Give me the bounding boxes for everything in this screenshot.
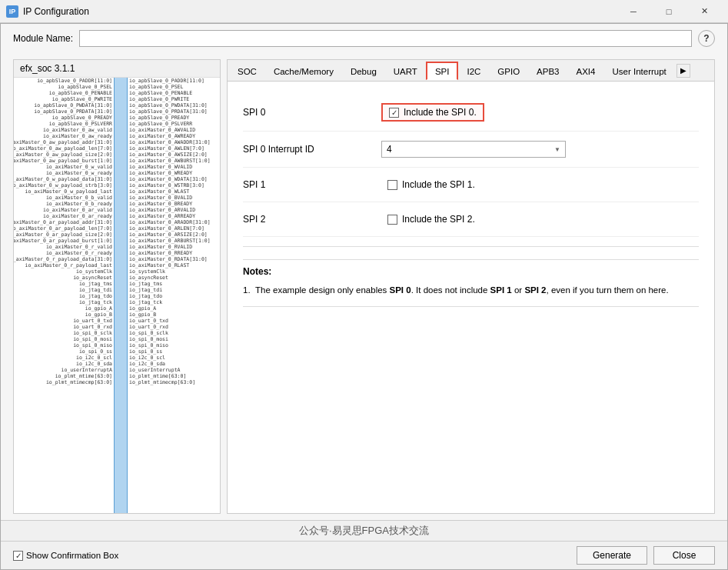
notes-title: Notes: [243,266,699,277]
spi0-checkbox-wrapper[interactable]: ✓ Include the SPI 0. [381,103,484,122]
left-pin-31: io_systemClk [14,268,114,275]
bottom-bar: ✓ Show Confirmation Box Generate Close [1,541,727,569]
right-pin-17: io_axiMaster_0_WSTRB[3:0] [128,182,220,188]
right-pin-26: io_axiMaster_0_ARBURST[1:0] [128,238,220,244]
left-pin-32: io_asyncReset [14,275,114,281]
show-confirmation-label: Show Confirmation Box [26,551,118,560]
right-pin-6: io_apbSlave_0_PREADY [128,115,220,121]
right-pin-33: io_jtag_tms [128,281,220,287]
spi2-checkbox[interactable] [387,215,397,225]
watermark-text: 公众号·易灵思FPGA技术交流 [299,525,429,536]
left-pin-45: io_i2c_0_scl [14,355,114,361]
generate-button[interactable]: Generate [577,546,647,565]
left-pin-4: io_apbSlave_0_PWDATA[31:0] [14,102,114,108]
maximize-button[interactable]: □ [651,0,686,23]
app-icon: IP [6,5,18,18]
spi0-checkbox[interactable]: ✓ [389,108,399,118]
tab-axi4[interactable]: AXI4 [568,62,604,81]
right-pin-15: io_axiMaster_0_WREADY [128,170,220,176]
close-window-button[interactable]: ✕ [686,0,722,23]
tab-user-interrupt[interactable]: User Interrupt [603,62,674,81]
right-pin-20: io_axiMaster_0_BREADY [128,201,220,207]
tab-content: SPI 0 ✓ Include the SPI 0. SPI 0 Interru… [228,82,714,513]
help-button[interactable]: ? [698,30,715,47]
dropdown-arrow-icon: ▼ [554,146,560,153]
spi1-checkbox[interactable] [387,180,397,190]
right-pin-21: io_axiMaster_0_ARVALID [128,207,220,213]
right-pin-8: io_axiMaster_0_AWVALID [128,127,220,133]
tab-debug[interactable]: Debug [342,62,385,81]
right-pin-38: io_gpio_B [128,312,220,318]
right-pin-27: io_axiMaster_0_RVALID [128,244,220,250]
right-pin-46: io_i2c_0_sda [128,361,220,367]
right-pin-41: io_spi_0_sclk [128,330,220,336]
left-pin-41: io_spi_0_sclk [14,330,114,336]
module-name-input[interactable] [79,30,692,47]
left-pin-14: io_axiMaster_0_w_valid [14,164,114,170]
content-divider [243,246,699,247]
left-pin-30: io_axiMaster_0_r_payload_last [14,262,114,268]
spi0-control: ✓ Include the SPI 0. [381,103,699,122]
left-pin-1: io_apbSlave_0_PSEL [14,84,114,90]
spi0-interrupt-row: SPI 0 Interrupt ID 4 ▼ [243,132,699,168]
left-pin-39: io_uart_0_txd [14,318,114,324]
spi0-row: SPI 0 ✓ Include the SPI 0. [243,94,699,132]
right-pin-0: io_apbSlave_0_PADDR[11:0] [128,78,220,84]
left-pin-0: io_apbSlave_0_PADDR[11:0] [14,78,114,84]
spi0-interrupt-dropdown-value: 4 [387,144,560,155]
right-pin-23: io_axiMaster_0_ARADDR[31:0] [128,219,220,225]
right-pin-29: io_axiMaster_0_RDATA[31:0] [128,256,220,262]
tab-cache-memory[interactable]: Cache/Memory [265,62,342,81]
title-bar-controls: ─ □ ✕ [616,0,722,23]
spi0-label: SPI 0 [243,107,381,118]
right-pin-49: io_plmt_mtimecmp[63:0] [128,379,220,385]
left-pin-3: io_apbSlave_0_PWRITE [14,96,114,102]
close-button[interactable]: Close [653,546,715,565]
left-pin-47: io_userInterruptA [14,367,114,373]
left-pin-17: io_axiMaster_0_w_payload_strb[3:0] [14,182,114,188]
right-pin-5: io_apbSlave_0_PRDATA[31:0] [128,108,220,115]
left-panel: efx_soc 3.1.1 io_apbSlave_0_PADDR[11:0]i… [13,59,221,514]
title-bar-text: IP Configuration [23,6,616,17]
left-pin-29: io_axiMaster_0_r_payload_data[31:0] [14,256,114,262]
spi1-checkbox-wrapper[interactable]: Include the SPI 1. [381,177,481,192]
show-confirmation-wrapper: ✓ Show Confirmation Box [13,551,118,561]
left-pin-2: io_apbSlave_0_PENABLE [14,90,114,96]
right-pin-35: io_jtag_tdo [128,293,220,299]
tab-uart[interactable]: UART [385,62,426,81]
left-pin-33: io_jtag_tms [14,281,114,287]
tab-gpio[interactable]: GPIO [489,62,528,81]
right-pin-40: io_uart_0_rxd [128,324,220,330]
spi2-checkbox-wrapper[interactable]: Include the SPI 2. [381,212,481,227]
circuit-right-pins: io_apbSlave_0_PADDR[11:0]io_apbSlave_0_P… [128,78,220,513]
left-panel-content: io_apbSlave_0_PADDR[11:0]io_apbSlave_0_P… [14,78,220,513]
left-panel-title: efx_soc 3.1.1 [14,60,220,78]
tab-nav-button[interactable]: ▶ [676,64,690,78]
right-pin-10: io_axiMaster_0_AWADDR[31:0] [128,139,220,145]
right-pin-1: io_apbSlave_0_PSEL [128,84,220,90]
notes-item-1: The example design only enables SPI 0. I… [243,283,699,297]
main-window: Module Name: ? efx_soc 3.1.1 io_apbSlave… [0,23,728,570]
circuit-center-bus [114,78,128,513]
left-pin-9: io_axiMaster_0_aw_ready [14,133,114,139]
left-pin-48: io_plmt_mtime[63:0] [14,373,114,379]
tab-apb3[interactable]: APB3 [528,62,567,81]
tab-spi[interactable]: SPI [426,62,459,80]
left-pin-28: io_axiMaster_0_r_ready [14,250,114,256]
notes-list: The example design only enables SPI 0. I… [243,283,699,297]
right-pin-30: io_axiMaster_0_RLAST [128,262,220,268]
spi1-checkbox-label: Include the SPI 1. [402,179,475,190]
tab-soc[interactable]: SOC [229,62,265,81]
left-pin-37: io_gpio_A [14,305,114,312]
tab-i2c[interactable]: I2C [458,62,489,81]
left-pin-26: io_axiMaster_0_ar_payload_burst[1:0] [14,238,114,244]
spi1-label: SPI 1 [243,179,381,190]
left-pin-38: io_gpio_B [14,312,114,318]
tab-bar: SOCCache/MemoryDebugUARTSPII2CGPIOAPB3AX… [228,60,714,82]
show-confirmation-checkbox[interactable]: ✓ [13,551,23,561]
right-pin-9: io_axiMaster_0_AWREADY [128,133,220,139]
minimize-button[interactable]: ─ [616,0,651,23]
spi0-interrupt-dropdown[interactable]: 4 ▼ [381,141,566,158]
right-pin-16: io_axiMaster_0_WDATA[31:0] [128,176,220,182]
left-pin-5: io_apbSlave_0_PRDATA[31:0] [14,108,114,115]
